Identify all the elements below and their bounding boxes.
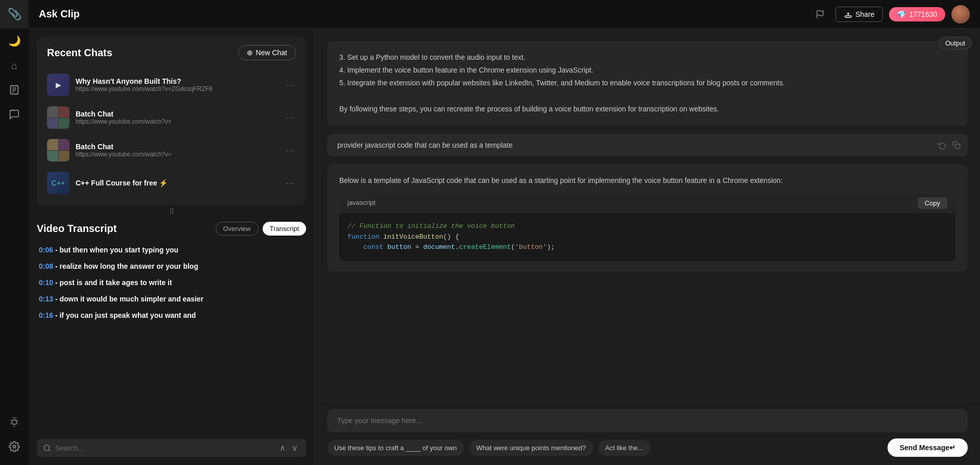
chat-more-button[interactable]: ··· [284,112,296,123]
transcript-list: 0:06 - but then when you start typing yo… [37,242,306,435]
new-chat-button[interactable]: ⊕ New Chat [238,45,296,60]
chat-url: https://www.youtube.com/watch?v=ZGdcoqFR… [76,85,278,92]
logo-icon: 📎 [8,8,21,21]
code-language: javascript [347,197,376,208]
chat-name: Batch Chat [76,143,278,151]
transcript-nav: ∧ ∨ [277,443,300,453]
suggestion-chip-2[interactable]: What were unique points mentioned? [469,440,593,456]
assistant-code-message: Below is a template of JavaScript code t… [327,165,968,271]
tab-overview[interactable]: Overview [216,222,259,236]
nav-bug[interactable] [0,410,29,434]
transcript-section: Video Transcript Overview Transcript 0:0… [37,218,306,457]
chat-input[interactable] [337,416,958,425]
tab-group: Overview Transcript [216,222,307,236]
nav-chat[interactable] [0,102,29,127]
svg-rect-11 [955,144,960,149]
chat-item[interactable]: Batch Chat https://www.youtube.com/watch… [41,134,302,167]
message-intro: Below is a template of JavaScript code t… [339,175,955,187]
chat-more-button[interactable]: ··· [284,145,296,156]
transcript-text: - if you can just speak what you want an… [55,311,196,319]
nav-settings[interactable] [0,434,29,459]
nav-down-button[interactable]: ∨ [290,443,300,453]
message-text: 3. Set up a Python model to convert the … [339,51,955,115]
chat-more-button[interactable]: ··· [284,80,296,90]
top-bar-actions: Share 💎 1771630 [811,5,970,24]
code-content: // Function to initialize the voice butt… [339,213,955,261]
assistant-message: 3. Set up a Python model to convert the … [327,41,968,126]
chat-thumbnail [47,139,69,161]
transcript-time: 0:08 [39,262,53,270]
tab-transcript[interactable]: Transcript [263,222,306,236]
credits-button[interactable]: 💎 1771630 [889,7,945,21]
main-container: Ask Clip Share 💎 1771630 [29,0,980,465]
recent-chats-title: Recent Chats [47,47,112,59]
transcript-time: 0:13 [39,295,53,303]
chat-more-button[interactable]: ··· [284,178,296,189]
suggestion-chip-1[interactable]: Use these tips to craft a ____ of your o… [327,440,464,456]
transcript-item[interactable]: 0:10 - post is and it take ages to write… [37,274,306,291]
chat-name: Why Hasn't Anyone Built This? [76,77,278,85]
svg-line-10 [49,450,50,451]
svg-point-5 [13,445,16,448]
recent-chats-header: Recent Chats ⊕ New Chat [37,37,306,68]
user-avatar[interactable] [951,5,970,24]
chat-item[interactable]: ▶ Why Hasn't Anyone Built This? https://… [41,68,302,101]
svg-point-4 [12,420,16,424]
chat-thumbnail [47,106,69,129]
share-button[interactable]: Share [835,7,883,22]
regenerate-button[interactable] [937,140,947,152]
search-icon [43,444,51,452]
chat-info: Batch Chat https://www.youtube.com/watch… [76,143,278,158]
chat-item[interactable]: Batch Chat https://www.youtube.com/watch… [41,101,302,134]
code-block: javascript Copy // Function to initializ… [339,193,955,261]
credits-icon: 💎 [897,10,906,18]
copy-code-button[interactable]: Copy [918,197,947,209]
copy-message-button[interactable] [951,140,962,152]
transcript-text: - but then when you start typing you [55,246,178,254]
chat-item[interactable]: C++ C++ Full Course for free ⚡ ··· [41,167,302,199]
chat-url: https://www.youtube.com/watch?v= [76,151,278,158]
search-input[interactable] [55,444,273,452]
chat-list: ▶ Why Hasn't Anyone Built This? https://… [37,68,306,205]
chat-input-area: Use these tips to craft a ____ of your o… [315,400,980,465]
suggestion-chip-3[interactable]: Act like the... [598,440,650,456]
nav-up-button[interactable]: ∧ [277,443,288,453]
transcript-time: 0:10 [39,278,53,287]
transcript-header: Video Transcript Overview Transcript [37,218,306,242]
panel-divider[interactable]: ⠿ [29,210,314,214]
transcript-time: 0:06 [39,246,53,254]
app-title: Ask Clip [39,8,811,20]
recent-chats-section: Recent Chats ⊕ New Chat ▶ Why Hasn't Any… [37,37,306,205]
message-actions [937,140,962,152]
chat-info: C++ Full Course for free ⚡ [76,179,278,187]
transcript-text: - realize how long the answer or your bl… [55,262,198,270]
output-badge: Output [939,37,972,50]
app-logo: 📎 [0,0,29,29]
nav-moon[interactable]: 🌙 [0,29,29,53]
transcript-text: - down it would be much simpler and easi… [55,295,203,303]
chat-info: Why Hasn't Anyone Built This? https://ww… [76,77,278,92]
left-panel: Recent Chats ⊕ New Chat ▶ Why Hasn't Any… [29,29,315,465]
transcript-item[interactable]: 0:08 - realize how long the answer or yo… [37,258,306,274]
chat-messages: 3. Set up a Python model to convert the … [315,29,980,400]
transcript-search: ∧ ∨ [37,439,306,457]
chat-url: https://www.youtube.com/watch?v= [76,118,278,125]
chat-name: Batch Chat [76,110,278,118]
chat-suggestions: Use these tips to craft a ____ of your o… [327,438,968,457]
transcript-item[interactable]: 0:13 - down it would be much simpler and… [37,291,306,307]
chat-info: Batch Chat https://www.youtube.com/watch… [76,110,278,125]
transcript-time: 0:16 [39,311,53,319]
nav-home[interactable]: ⌂ [0,53,29,78]
nav-document[interactable] [0,78,29,102]
chat-thumbnail: ▶ [47,74,69,96]
plus-icon: ⊕ [247,49,253,57]
user-message: provider javascript code that can be use… [327,134,968,156]
transcript-item[interactable]: 0:06 - but then when you start typing yo… [37,242,306,258]
svg-rect-8 [845,15,851,17]
transcript-text: - post is and it take ages to write it [55,278,172,287]
icon-bar: 📎 🌙 ⌂ [0,0,29,465]
flag-button[interactable] [811,5,829,24]
transcript-item[interactable]: 0:16 - if you can just speak what you wa… [37,307,306,323]
send-button[interactable]: Send Message↵ [888,438,968,457]
divider-handle: ⠿ [169,207,174,216]
